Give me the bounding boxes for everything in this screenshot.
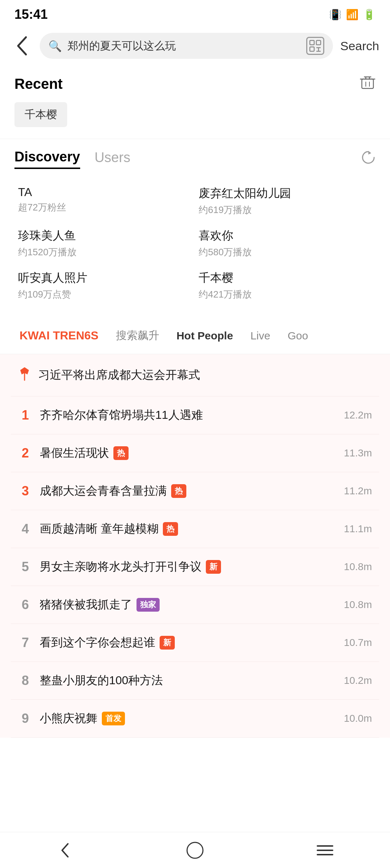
- trending-item[interactable]: 3 成都大运会青春含量拉满 热 11.2m: [11, 472, 379, 510]
- discovery-item-title: 喜欢你: [199, 228, 372, 244]
- trending-item[interactable]: 5 男女主亲吻将水龙头打开引争议 新 10.8m: [11, 548, 379, 586]
- trending-rank: 2: [18, 446, 32, 461]
- svg-rect-6: [362, 79, 373, 88]
- trending-rank: 7: [18, 635, 32, 650]
- trending-rank: 5: [18, 559, 32, 574]
- discovery-item-title: 废弃红太阳幼儿园: [199, 186, 372, 201]
- tab-good[interactable]: Goo: [279, 326, 317, 346]
- search-box[interactable]: 🔍 郑州的夏天可以这么玩: [40, 33, 333, 59]
- trending-count: 10.8m: [336, 599, 372, 611]
- discovery-item-title: 千本樱: [199, 270, 372, 286]
- new-badge: 新: [206, 560, 221, 574]
- discovery-item[interactable]: 废弃红太阳幼儿园 约619万播放: [195, 180, 376, 222]
- discovery-item-sub: 约421万播放: [199, 288, 372, 301]
- tab-live[interactable]: Live: [242, 326, 279, 346]
- trending-text: 画质越清晰 童年越模糊 热: [40, 521, 329, 537]
- svg-marker-13: [368, 151, 371, 155]
- svg-point-15: [187, 842, 203, 858]
- discovery-tabs: Discovery Users: [0, 142, 390, 176]
- trending-count: 12.2m: [336, 409, 372, 421]
- trends-tabs: KWAI TREN6S 搜索飙升 Hot People Live Goo: [0, 317, 390, 354]
- trending-item[interactable]: 4 画质越清晰 童年越模糊 热 11.1m: [11, 510, 379, 548]
- hot-badge: 热: [171, 484, 186, 498]
- discovery-grid: TA 超72万粉丝 废弃红太阳幼儿园 约619万播放 珍珠美人鱼 约1520万播…: [0, 176, 390, 317]
- trending-pinned-text: 习近平将出席成都大运会开幕式: [38, 367, 200, 383]
- nav-back-button[interactable]: [51, 836, 79, 865]
- trending-rank: 6: [18, 597, 32, 612]
- trending-text: 猪猪侠被我抓走了 独家: [40, 597, 329, 613]
- recent-tag[interactable]: 千本樱: [14, 102, 67, 127]
- scan-icon[interactable]: [306, 37, 324, 55]
- bottom-nav: [0, 832, 390, 868]
- nav-home-button[interactable]: [181, 836, 209, 865]
- trending-item[interactable]: 7 看到这个字你会想起谁 新 10.7m: [11, 624, 379, 662]
- trending-item[interactable]: 2 暑假生活现状 热 11.3m: [11, 434, 379, 472]
- recent-tags: 千本樱: [14, 102, 376, 127]
- vibrate-icon: 📳: [329, 9, 342, 21]
- new-badge: 新: [160, 636, 175, 650]
- trending-count: 10.2m: [336, 675, 372, 686]
- trending-text: 齐齐哈尔体育馆坍塌共11人遇难: [40, 407, 329, 423]
- trending-count: 11.3m: [336, 447, 372, 459]
- divider-1: [0, 139, 390, 139]
- tab-discovery[interactable]: Discovery: [14, 149, 80, 169]
- search-button[interactable]: Search: [340, 39, 379, 53]
- discovery-item-title: TA: [18, 186, 191, 199]
- trending-rank: 1: [18, 408, 32, 423]
- discovery-item-sub: 超72万粉丝: [18, 201, 191, 214]
- trending-text: 整蛊小朋友的100种方法: [40, 673, 329, 689]
- discovery-item[interactable]: 喜欢你 约580万播放: [195, 222, 376, 264]
- pin-icon: [18, 366, 31, 384]
- discovery-item[interactable]: TA 超72万粉丝: [14, 180, 195, 222]
- tab-hot-people[interactable]: Hot People: [168, 326, 242, 346]
- status-time: 15:41: [14, 7, 48, 22]
- trending-text: 男女主亲吻将水龙头打开引争议 新: [40, 559, 329, 575]
- hot-badge: 热: [163, 522, 178, 536]
- recent-section: Recent 千本樱: [0, 66, 390, 136]
- header: 🔍 郑州的夏天可以这么玩 Search: [0, 26, 390, 66]
- trending-item[interactable]: 9 小熊庆祝舞 首发 10.0m: [11, 700, 379, 738]
- trending-text: 看到这个字你会想起谁 新: [40, 635, 329, 651]
- first-badge: 首发: [102, 712, 125, 725]
- trending-count: 11.2m: [336, 485, 372, 497]
- search-input-text[interactable]: 郑州的夏天可以这么玩: [68, 39, 300, 53]
- svg-rect-2: [310, 47, 314, 51]
- discovery-item[interactable]: 千本樱 约421万播放: [195, 264, 376, 307]
- trending-rank: 3: [18, 483, 32, 499]
- nav-menu-button[interactable]: [311, 836, 339, 865]
- hot-badge: 热: [113, 446, 129, 460]
- search-icon: 🔍: [48, 40, 62, 52]
- tab-search-rising[interactable]: 搜索飙升: [107, 325, 168, 347]
- discovery-item[interactable]: 听安真人照片 约109万点赞: [14, 264, 195, 307]
- svg-rect-0: [310, 40, 314, 45]
- recent-header: Recent: [14, 74, 376, 94]
- trending-text: 暑假生活现状 热: [40, 445, 329, 461]
- trending-rank: 4: [18, 521, 32, 537]
- tab-kwai-trends[interactable]: KWAI TREN6S: [11, 325, 107, 346]
- tab-users[interactable]: Users: [95, 150, 130, 168]
- trending-rank: 8: [18, 673, 32, 688]
- discovery-item-sub: 约619万播放: [199, 204, 372, 216]
- trending-item[interactable]: 1 齐齐哈尔体育馆坍塌共11人遇难 12.2m: [11, 396, 379, 434]
- trending-item[interactable]: 8 整蛊小朋友的100种方法 10.2m: [11, 662, 379, 700]
- status-bar: 15:41 📳 📶 🔋: [0, 0, 390, 26]
- discovery-item-sub: 约580万播放: [199, 246, 372, 259]
- exclusive-badge: 独家: [136, 598, 160, 612]
- back-button[interactable]: [11, 35, 32, 57]
- svg-rect-1: [316, 40, 321, 45]
- discovery-item-sub: 约109万点赞: [18, 288, 191, 301]
- trending-list: 习近平将出席成都大运会开幕式 1 齐齐哈尔体育馆坍塌共11人遇难 12.2m 2…: [0, 354, 390, 738]
- trending-item[interactable]: 6 猪猪侠被我抓走了 独家 10.8m: [11, 586, 379, 624]
- discovery-item[interactable]: 珍珠美人鱼 约1520万播放: [14, 222, 195, 264]
- status-icons: 📳 📶 🔋: [329, 9, 376, 21]
- trending-count: 10.7m: [336, 637, 372, 648]
- recent-title: Recent: [14, 76, 62, 92]
- trending-text: 成都大运会青春含量拉满 热: [40, 483, 329, 499]
- delete-recent-button[interactable]: [360, 74, 376, 94]
- trending-count: 11.1m: [336, 523, 372, 535]
- discovery-item-title: 珍珠美人鱼: [18, 228, 191, 244]
- trending-rank: 9: [18, 711, 32, 726]
- refresh-icon[interactable]: [361, 150, 376, 168]
- trending-pinned-item[interactable]: 习近平将出席成都大运会开幕式: [11, 354, 379, 396]
- discovery-item-sub: 约1520万播放: [18, 246, 191, 259]
